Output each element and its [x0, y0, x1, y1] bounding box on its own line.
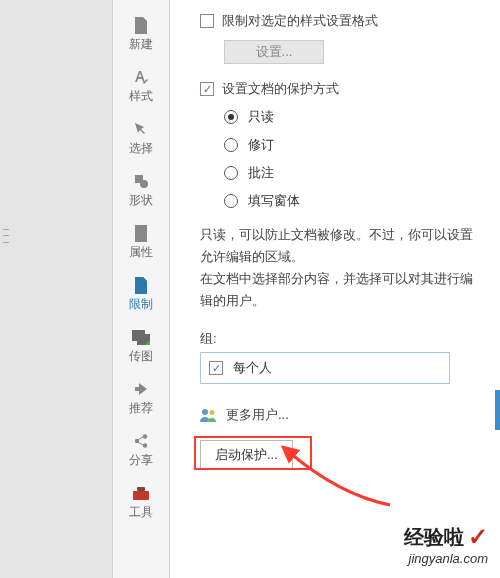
sidebar-item-label: 形状 [129, 194, 153, 206]
watermark: 经验啦 ✓ jingyanla.com [404, 523, 488, 566]
users-icon [200, 408, 218, 422]
restrict-format-label: 限制对选定的样式设置格式 [222, 12, 378, 30]
sidebar-item-shape[interactable]: 形状 [113, 162, 169, 214]
property-icon [132, 224, 150, 242]
svg-rect-15 [133, 494, 149, 495]
upload-image-icon [132, 328, 150, 346]
sidebar-item-label: 新建 [129, 38, 153, 50]
radio-icon [224, 194, 238, 208]
protect-description: 只读，可以防止文档被修改。不过，你可以设置允许编辑的区域。 在文档中选择部分内容… [200, 224, 484, 312]
group-label: 组: [200, 330, 484, 348]
watermark-text: 经验啦 [404, 524, 464, 551]
check-icon: ✓ [468, 523, 488, 551]
right-edge-tab[interactable] [495, 390, 500, 430]
sidebar-item-label: 样式 [129, 90, 153, 102]
file-new-icon [132, 16, 150, 34]
sidebar-item-label: 限制 [129, 298, 153, 310]
radio-icon [224, 138, 238, 152]
svg-rect-4 [137, 234, 142, 235]
desc-line-1: 只读，可以防止文档被修改。不过，你可以设置允许编辑的区域。 [200, 224, 484, 268]
restrict-format-row[interactable]: 限制对选定的样式设置格式 [200, 12, 484, 30]
restrict-format-checkbox[interactable] [200, 14, 214, 28]
radio-label: 填写窗体 [248, 192, 300, 210]
share-icon [132, 432, 150, 450]
sidebar-item-style[interactable]: 样式 [113, 58, 169, 110]
sidebar-item-label: 分享 [129, 454, 153, 466]
radio-readonly[interactable]: 只读 [224, 108, 484, 126]
sidebar-item-label: 工具 [129, 506, 153, 518]
protect-mode-checkbox[interactable] [200, 82, 214, 96]
sidebar-item-recommend[interactable]: 推荐 [113, 370, 169, 422]
svg-point-16 [202, 409, 208, 415]
recommend-icon [132, 380, 150, 398]
sidebar-item-tools[interactable]: 工具 [113, 474, 169, 526]
main-panel: 限制对选定的样式设置格式 设置... 设置文档的保护方式 只读 修订 批注 填写… [170, 0, 500, 578]
svg-rect-13 [133, 491, 149, 500]
watermark-url: jingyanla.com [404, 551, 488, 566]
svg-rect-12 [137, 441, 145, 446]
radio-comment[interactable]: 批注 [224, 164, 484, 182]
style-icon [132, 68, 150, 86]
radio-form[interactable]: 填写窗体 [224, 192, 484, 210]
svg-rect-11 [137, 436, 145, 441]
sidebar-item-label: 属性 [129, 246, 153, 258]
radio-icon [224, 166, 238, 180]
sidebar-item-restrict[interactable]: 限制 [113, 266, 169, 318]
svg-rect-2 [137, 228, 145, 229]
group-everyone-checkbox[interactable] [209, 361, 223, 375]
radio-label: 修订 [248, 136, 274, 154]
more-users-label: 更多用户... [226, 406, 289, 424]
radio-label: 批注 [248, 164, 274, 182]
svg-point-1 [140, 180, 148, 188]
toolbox-icon [132, 484, 150, 502]
group-list[interactable]: 每个人 [200, 352, 450, 384]
sidebar: 新建 样式 选择 形状 属性 [113, 0, 170, 578]
group-everyone-label: 每个人 [233, 359, 272, 377]
gutter-handle[interactable] [2, 226, 10, 246]
protect-mode-row[interactable]: 设置文档的保护方式 [200, 80, 484, 98]
select-icon [132, 120, 150, 138]
sidebar-item-property[interactable]: 属性 [113, 214, 169, 266]
sidebar-item-label: 选择 [129, 142, 153, 154]
sidebar-item-new[interactable]: 新建 [113, 6, 169, 58]
start-protect-button[interactable]: 启动保护... [200, 440, 293, 470]
radio-revision[interactable]: 修订 [224, 136, 484, 154]
sidebar-item-label: 推荐 [129, 402, 153, 414]
settings-button: 设置... [224, 40, 324, 64]
sidebar-item-label: 传图 [129, 350, 153, 362]
shape-icon [132, 172, 150, 190]
annotation-arrow [280, 445, 400, 515]
radio-label: 只读 [248, 108, 274, 126]
left-gutter [0, 0, 113, 578]
radio-icon [224, 110, 238, 124]
sidebar-item-select[interactable]: 选择 [113, 110, 169, 162]
svg-point-17 [210, 410, 215, 415]
protect-mode-label: 设置文档的保护方式 [222, 80, 339, 98]
restrict-icon [132, 276, 150, 294]
sidebar-item-share[interactable]: 分享 [113, 422, 169, 474]
more-users-link[interactable]: 更多用户... [200, 406, 484, 424]
protect-radio-group: 只读 修订 批注 填写窗体 [224, 108, 484, 210]
svg-rect-3 [137, 231, 145, 232]
desc-line-2: 在文档中选择部分内容，并选择可以对其进行编辑的用户。 [200, 268, 484, 312]
sidebar-item-upload[interactable]: 传图 [113, 318, 169, 370]
svg-rect-14 [137, 487, 145, 491]
